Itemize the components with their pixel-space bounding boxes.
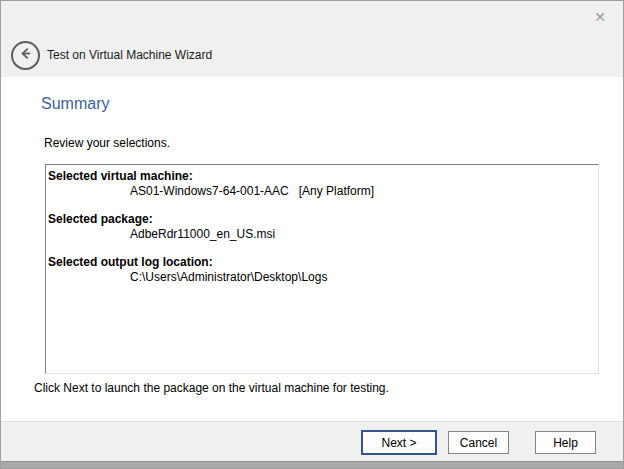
- footer-note: Click Next to launch the package on the …: [34, 381, 389, 395]
- summary-label: Selected package:: [48, 212, 596, 227]
- wizard-header: ✕ Test on Virtual Machine Wizard: [1, 1, 623, 77]
- summary-box: Selected virtual machine: AS01-Windows7-…: [45, 164, 599, 374]
- summary-value: AdbeRdr11000_en_US.msi: [48, 227, 596, 242]
- summary-label: Selected virtual machine:: [48, 169, 596, 184]
- summary-value: C:\Users\Administrator\Desktop\Logs: [48, 270, 596, 285]
- window-bottom-edge: [1, 461, 623, 468]
- page-title: Summary: [41, 95, 109, 113]
- button-bar: [1, 421, 623, 463]
- next-button[interactable]: Next >: [361, 430, 437, 455]
- summary-value: AS01-Windows7-64-001-AAC [Any Platform]: [48, 184, 596, 199]
- cancel-button[interactable]: Cancel: [448, 431, 509, 454]
- intro-text: Review your selections.: [44, 136, 170, 150]
- summary-section-output-log: Selected output log location: C:\Users\A…: [48, 255, 596, 285]
- wizard-title: Test on Virtual Machine Wizard: [47, 48, 212, 62]
- wizard-window: ✕ Test on Virtual Machine Wizard Summary…: [0, 0, 624, 469]
- back-arrow-icon: [17, 45, 34, 66]
- back-button[interactable]: [11, 41, 40, 70]
- close-icon[interactable]: ✕: [585, 5, 615, 29]
- summary-label: Selected output log location:: [48, 255, 596, 270]
- summary-section-virtual-machine: Selected virtual machine: AS01-Windows7-…: [48, 169, 596, 199]
- help-button[interactable]: Help: [535, 431, 596, 454]
- summary-section-package: Selected package: AdbeRdr11000_en_US.msi: [48, 212, 596, 242]
